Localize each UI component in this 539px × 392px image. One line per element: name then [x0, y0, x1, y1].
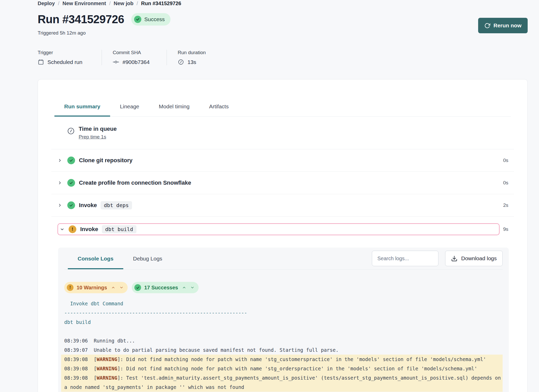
step-row-clone-git[interactable]: Clone git repository 0s — [51, 149, 514, 172]
status-badge-label: Success — [144, 16, 165, 22]
search-logs-input[interactable] — [372, 251, 438, 266]
success-check-icon — [67, 157, 75, 164]
breadcrumb-separator: / — [58, 1, 60, 6]
log-line: Invoke dbt Command — [64, 299, 503, 308]
trigger-value: Scheduled run — [47, 59, 82, 65]
meta-commit: Commit SHA #900b7364 — [102, 50, 167, 65]
log-line: 08:39:06 Running dbt... — [64, 336, 503, 345]
step-duration: 0s — [503, 158, 514, 163]
log-line — [64, 327, 503, 336]
run-meta: Trigger Scheduled run Commit SHA #900b73… — [38, 50, 539, 65]
step-row-create-profile[interactable]: Create profile from connection Snowflake… — [51, 172, 514, 194]
step-title: Create profile from connection Snowflake — [79, 179, 191, 186]
breadcrumb-item-job[interactable]: New job — [114, 1, 134, 6]
step-command-chip: dbt deps — [101, 201, 132, 209]
meta-trigger: Trigger Scheduled run — [38, 50, 102, 65]
breadcrumb: Deploy / New Environment / New job / Run… — [38, 1, 528, 6]
successes-badge-label: 17 Successes — [144, 285, 178, 291]
rerun-now-label: Rerun now — [494, 22, 522, 29]
log-lines: Invoke dbt Command----------------------… — [64, 299, 503, 392]
log-line: 08:39:07 Unable to do partial parsing be… — [64, 345, 503, 355]
step-command-chip: dbt build — [102, 225, 136, 233]
chevron-down-icon[interactable] — [190, 285, 194, 290]
git-commit-icon — [113, 59, 119, 65]
page-title: Run #341529726 — [38, 13, 124, 26]
tab-console-logs[interactable]: Console Logs — [68, 248, 123, 269]
chevron-down-icon — [60, 227, 64, 232]
tab-run-summary[interactable]: Run summary — [54, 103, 110, 117]
calendar-icon — [38, 59, 44, 65]
log-line: dbt build — [64, 317, 503, 327]
download-logs-button[interactable]: Download logs — [445, 251, 503, 266]
step-title: Clone git repository — [79, 157, 133, 164]
chevron-up-icon[interactable] — [111, 285, 115, 290]
run-duration-label: Run duration — [178, 50, 206, 55]
step-duration: 0s — [503, 180, 514, 186]
trigger-label: Trigger — [38, 50, 94, 55]
tab-lineage[interactable]: Lineage — [110, 103, 149, 117]
step-title: Invoke — [79, 202, 97, 209]
log-line: ----------------------------------------… — [64, 308, 503, 317]
run-duration-value: 13s — [187, 59, 196, 65]
clock-icon — [178, 59, 184, 65]
success-check-icon — [67, 201, 75, 209]
prep-time-link[interactable]: Prep time 1s — [79, 134, 106, 140]
run-detail-card: Run summary Lineage Model timing Artifac… — [38, 79, 528, 392]
breadcrumb-item-deploy[interactable]: Deploy — [38, 1, 55, 6]
commit-sha-label: Commit SHA — [113, 50, 159, 55]
status-badge: Success — [131, 13, 170, 26]
log-line: 08:39:08 [WARNING]: Did not find matchin… — [61, 355, 503, 364]
tab-model-timing[interactable]: Model timing — [149, 103, 199, 117]
refresh-icon — [484, 23, 490, 29]
clock-icon — [67, 127, 75, 140]
step-list: Clone git repository 0s Create profile f… — [51, 149, 514, 235]
tab-debug-logs[interactable]: Debug Logs — [123, 248, 172, 269]
breadcrumb-separator: / — [109, 1, 111, 6]
step-duration: 2s — [503, 202, 514, 208]
chevron-up-icon[interactable] — [182, 285, 186, 290]
log-line: 08:39:08 [WARNING]: Did not find matchin… — [61, 364, 503, 373]
warnings-badge-label: 10 Warnings — [77, 285, 107, 291]
run-tabs: Run summary Lineage Model timing Artifac… — [54, 79, 511, 117]
step-row-dbt-deps[interactable]: Invoke dbt deps 2s — [51, 194, 514, 216]
time-in-queue: Time in queue Prep time 1s — [67, 125, 511, 140]
download-icon — [451, 255, 458, 262]
success-check-icon — [67, 179, 75, 187]
step-row-dbt-build-wrapper: ! Invoke dbt build 9s — [51, 216, 514, 235]
warnings-badge[interactable]: ! 10 Warnings — [64, 282, 128, 293]
step-row-dbt-build[interactable]: ! Invoke dbt build — [58, 223, 500, 235]
log-line: 08:39:08 [WARNING]: Test 'test.admin_mat… — [61, 373, 503, 392]
commit-sha-value: #900b7364 — [123, 59, 150, 65]
download-logs-label: Download logs — [461, 255, 497, 262]
breadcrumb-item-environment[interactable]: New Environment — [62, 1, 106, 6]
meta-duration: Run duration 13s — [167, 50, 214, 65]
rerun-now-button[interactable]: Rerun now — [478, 18, 528, 33]
time-in-queue-title: Time in queue — [79, 125, 117, 133]
log-filter-badges: ! 10 Warnings 17 Successes — [64, 282, 503, 293]
check-icon — [134, 16, 141, 23]
step-title: Invoke — [80, 226, 98, 233]
chevron-down-icon[interactable] — [119, 285, 124, 290]
tab-artifacts[interactable]: Artifacts — [199, 103, 239, 117]
warning-icon: ! — [67, 284, 74, 291]
chevron-right-icon — [58, 181, 62, 185]
chevron-right-icon — [58, 158, 62, 163]
warning-icon: ! — [69, 225, 76, 233]
check-icon — [134, 284, 141, 291]
breadcrumb-separator: / — [136, 1, 138, 6]
successes-badge[interactable]: 17 Successes — [132, 282, 199, 293]
triggered-text: Triggered 5h 12m ago — [38, 30, 528, 36]
breadcrumb-item-run: Run #341529726 — [141, 1, 181, 6]
log-panel: Console Logs Debug Logs Download logs ! … — [58, 248, 509, 392]
chevron-right-icon — [58, 203, 62, 208]
page-header: Deploy / New Environment / New job / Run… — [0, 0, 539, 36]
log-header: Console Logs Debug Logs Download logs — [64, 248, 503, 270]
step-duration: 9s — [503, 226, 514, 232]
